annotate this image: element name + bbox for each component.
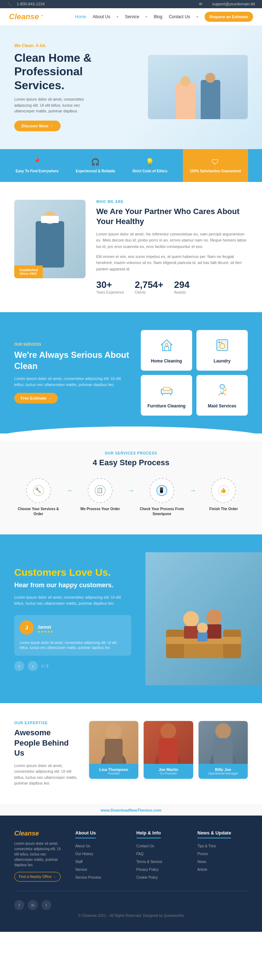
footer-help-links: Contact Us FAQ Terms & Service Privacy P… <box>137 843 187 880</box>
testimonial-section: Customers Love Us. Hear from our happy c… <box>0 535 262 703</box>
footer-news-links: Tips & Trics Promo News Article <box>197 843 248 872</box>
facebook-icon[interactable]: f <box>14 900 24 910</box>
reviewer-name: Jannet <box>37 625 54 630</box>
team-card-lisa: Lisa Thompson Founder <box>89 721 138 779</box>
nav-contact[interactable]: Contact Us <box>168 14 190 19</box>
service-maid: ✓ Maid Services <box>197 375 248 415</box>
svg-text:🔧: 🔧 <box>35 487 41 493</box>
testimonial-card: J Jannet ★★★★★ Lorem ipsum dolor sit ame… <box>14 615 131 656</box>
services-title: We're Always Serious About Clean <box>14 349 130 371</box>
step4-label: Finish The Order <box>200 507 248 512</box>
hero-description: Lorem ipsum dolor sit amet, consectetur … <box>14 96 93 114</box>
services-left: OUR SERVICES We're Always Serious About … <box>14 342 130 404</box>
svg-text:✓: ✓ <box>224 388 225 391</box>
footer-about-heading: About Us <box>75 830 96 838</box>
service-home-cleaning: Home Cleaning <box>141 330 192 371</box>
testimonial-navigation: ‹ › 1 / 3 <box>14 661 131 671</box>
footer-news[interactable]: News <box>197 860 206 864</box>
team-cards: Lisa Thompson Founder Joe Martin Co-Foun… <box>89 721 248 779</box>
footer-cookie[interactable]: Cookie Policy <box>137 875 158 880</box>
location-icon: 📍 <box>33 158 42 166</box>
about-title: We Are Your Partner Who Cares About Your… <box>96 207 248 227</box>
laundry-icon <box>202 337 242 356</box>
footer-help-heading: Help & Info <box>137 830 161 838</box>
family-illustration <box>159 565 248 673</box>
footer-promo[interactable]: Promo <box>197 852 208 856</box>
footer-terms[interactable]: Terms & Service <box>137 860 162 864</box>
svg-rect-6 <box>163 387 170 391</box>
footer-our-history[interactable]: Our History <box>75 852 94 856</box>
feature-satisfaction: 🛡 100% Satisfaction Guaranteed <box>183 149 248 182</box>
hero-section: We Clean. A lot. Clean Home & Profession… <box>0 25 262 149</box>
email-icon: ✉ <box>199 2 202 6</box>
team-tag: OUR EXPERTISE <box>14 721 78 725</box>
furniture-label: Furniture Cleaning <box>146 404 187 409</box>
billy-info: Billy Joe Operational Manager <box>198 764 248 779</box>
request-estimate-button[interactable]: Request an Estimate <box>205 12 253 22</box>
headset-icon: 🎧 <box>91 158 100 166</box>
footer-article[interactable]: Article <box>197 868 208 872</box>
twitter-icon[interactable]: t <box>41 900 51 910</box>
step3-icon: 📱 <box>149 478 174 503</box>
stat-awards: 294 Awards <box>174 279 189 294</box>
svg-rect-25 <box>184 626 198 639</box>
footer-news-heading: News & Update <box>197 830 231 838</box>
furniture-icon <box>146 382 187 401</box>
footer-privacy[interactable]: Privacy Policy <box>137 868 159 872</box>
svg-text:📋: 📋 <box>97 487 103 493</box>
email-link[interactable]: support@yourdomain.tld <box>212 2 255 6</box>
footer-contact[interactable]: Contact Us <box>137 844 154 848</box>
next-testimonial-button[interactable]: › <box>28 661 38 671</box>
bulb-icon: 💡 <box>145 158 154 166</box>
nav-home[interactable]: Home <box>75 14 86 19</box>
nav-links: Home About Us ▾ Service ▾ Blog Contact U… <box>75 12 253 22</box>
testimonial-subtitle: Hear from our happy customers. <box>14 582 131 589</box>
footer: Cleanse Lorem ipsum dolor sit amet, cons… <box>0 816 262 932</box>
nav-blog[interactable]: Blog <box>154 14 162 19</box>
team-title: Awesome People Behind Us <box>14 728 78 759</box>
footer-about-us[interactable]: About Us <box>75 844 90 848</box>
feature-experienced: 🎧 Experienced & Reliable <box>76 158 115 173</box>
hero-image <box>131 55 248 119</box>
joe-name: Joe Martin <box>148 767 189 772</box>
footer-faq[interactable]: FAQ <box>137 852 144 856</box>
svg-rect-0 <box>165 347 168 351</box>
about-section: 'Established Since 1901' WHO WE ARE We A… <box>0 182 262 312</box>
maid-icon: ✓ <box>202 382 242 401</box>
pagination: 1 / 3 <box>41 664 48 668</box>
step2-arrow: → <box>128 487 134 495</box>
footer-brand: Cleanse Lorem ipsum dolor sit amet, cons… <box>14 830 65 882</box>
footer-staff[interactable]: Staff <box>75 860 83 864</box>
prev-testimonial-button[interactable]: ‹ <box>14 661 24 671</box>
about-desc-2: Elit omnes ei vim, eos sumo impetus ex, … <box>96 254 248 272</box>
maid-label: Maid Services <box>202 404 242 409</box>
nav-about[interactable]: About Us <box>93 14 110 19</box>
find-office-button[interactable]: Find a Nearby Office → <box>14 872 60 881</box>
svg-point-32 <box>160 723 176 739</box>
phone-info: 📞 1-800-843-1234 <box>7 2 48 6</box>
instagram-icon[interactable]: in <box>28 900 38 910</box>
team-left: OUR EXPERTISE Awesome People Behind Us L… <box>14 721 78 786</box>
nav-service[interactable]: Service <box>125 14 139 19</box>
testimonial-title: Customers Love Us. <box>14 566 131 579</box>
free-estimate-button[interactable]: Free Estimate → <box>14 393 58 404</box>
footer-news-col: News & Update Tips & Trics Promo News Ar… <box>197 830 248 882</box>
services-grid: Home Cleaning Laundry <box>141 330 248 415</box>
svg-text:👍: 👍 <box>220 487 227 493</box>
cleaner-person <box>36 221 64 267</box>
service-laundry: Laundry <box>197 330 248 371</box>
stat-experience: 30+ Years Experience <box>96 279 124 294</box>
billy-role: Operational Manager <box>203 772 243 775</box>
navbar: Cleanse ● Home About Us ▾ Service ▾ Blog… <box>0 8 262 25</box>
discover-more-button[interactable]: Discover More → <box>14 121 60 131</box>
hero-title: Clean Home & Professional Services. <box>14 51 131 92</box>
footer-logo: Cleanse <box>14 830 65 837</box>
footer-service-process[interactable]: Service Process <box>75 875 101 880</box>
lisa-info: Lisa Thompson Founder <box>89 764 138 779</box>
testimonial-photo <box>145 552 262 685</box>
footer-tips[interactable]: Tips & Trics <box>197 844 216 848</box>
footer-service[interactable]: Service <box>75 868 87 872</box>
svg-rect-31 <box>105 739 122 764</box>
testimonial-quote: Lorem ipsum dolor sit amet, consectetur … <box>20 640 126 651</box>
svg-point-28 <box>197 622 208 633</box>
